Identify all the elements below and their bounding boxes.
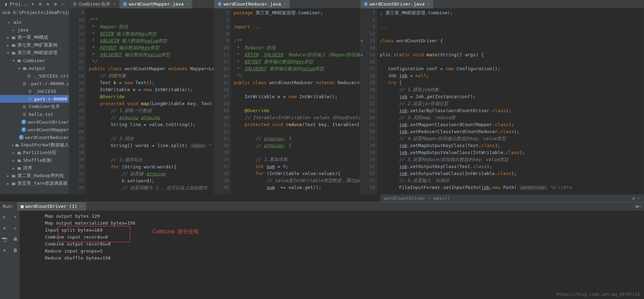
tree-item[interactable]: 🗎._SUCCESS.crc bbox=[0, 72, 69, 80]
tree-item[interactable]: ▶🖿InputFormat数据输入 bbox=[0, 141, 69, 149]
editor-2: CwordCountReducer.java× 1238910111213141… bbox=[214, 0, 360, 194]
run-tools: ▶ ↻ 📷 ⎆ ↑ ↓ 🖶 🗑 bbox=[0, 211, 20, 299]
tree-item[interactable]: CwordCountReducer bbox=[0, 133, 69, 141]
breadcrumb-method[interactable]: main() bbox=[433, 196, 450, 201]
watermark: https://blog.csdn.net/qq_45797116 bbox=[557, 292, 640, 297]
tree-item[interactable]: 🗎part-r-00000 bbox=[0, 95, 69, 103]
editor-tab[interactable]: CwordCountMapper.java× bbox=[119, 0, 193, 8]
annotation-box bbox=[58, 226, 130, 242]
close-icon[interactable]: × bbox=[428, 2, 430, 6]
editor-tab[interactable]: 🗎Combiner合并× bbox=[69, 0, 119, 8]
run-panel: Run: ▦ wordCountDriver (1) × ⚙ — ▶ ↻ 📷 ⎆… bbox=[0, 202, 644, 299]
gear-icon[interactable]: ⚙ bbox=[52, 1, 59, 7]
close-icon[interactable]: × bbox=[187, 2, 189, 6]
tree-item[interactable]: ▸ain bbox=[0, 18, 69, 26]
console-output[interactable]: Map output bytes 120 Map output material… bbox=[20, 211, 644, 299]
run-label: Run: bbox=[3, 204, 14, 209]
gear-icon[interactable]: ⚙ bbox=[636, 204, 638, 209]
dropdown-icon[interactable]: ▾ bbox=[30, 1, 36, 7]
print-icon[interactable]: 🖶 bbox=[11, 235, 19, 243]
annotation-text: Combine 部分没有 bbox=[153, 228, 199, 235]
tree-item[interactable]: ▶🖿第一章_MR概述 bbox=[0, 34, 69, 41]
tabs-2[interactable]: CwordCountReducer.java× bbox=[214, 0, 360, 8]
tree-item[interactable]: 🗎Combiner合并 bbox=[0, 103, 69, 110]
camera-icon[interactable]: 📷 bbox=[1, 235, 8, 243]
tree-item[interactable]: ▶🖿第二章_Hadoop序列化 bbox=[0, 172, 69, 180]
hide-icon[interactable]: — bbox=[60, 1, 66, 7]
hide-icon[interactable]: — bbox=[638, 204, 641, 209]
breadcrumb[interactable]: wordCountDriver › main() ⚙ — bbox=[381, 194, 644, 202]
close-icon[interactable]: × bbox=[80, 204, 83, 209]
tree-item[interactable]: 🗎.part-r-00000.crc bbox=[0, 80, 69, 87]
code-3[interactable]: ; 第三章_MR框架原理.Combiner; ... class wordCou… bbox=[377, 8, 644, 194]
tree-item[interactable]: ▸java bbox=[0, 26, 69, 34]
stop-icon[interactable]: ↻ bbox=[1, 224, 8, 232]
tree-item[interactable]: ▼🖿output bbox=[0, 64, 69, 72]
run-icon: ▦ bbox=[21, 204, 23, 209]
editor-1: 🗎Combiner合并×CwordCountMapper.java× 91011… bbox=[69, 0, 214, 194]
tree-item[interactable]: CwordCountMapper bbox=[0, 126, 69, 133]
editor-group: 🗎Combiner合并×CwordCountMapper.java× 91011… bbox=[69, 0, 644, 194]
close-icon[interactable]: × bbox=[113, 2, 116, 6]
tree-item[interactable]: ▶🖿第五章_Yarn资源调度器 bbox=[0, 180, 69, 187]
down-icon[interactable]: ↓ bbox=[11, 224, 19, 232]
hide-icon[interactable]: — bbox=[638, 196, 641, 201]
up-icon[interactable]: ↑ bbox=[11, 213, 19, 220]
project-title[interactable]: Proj... bbox=[10, 1, 29, 7]
run-tab[interactable]: ▦ wordCountDriver (1) × bbox=[17, 202, 86, 211]
collapse-icon[interactable]: ⇆ bbox=[45, 1, 51, 7]
editor-tab[interactable]: CwordCountDriver.java× bbox=[360, 0, 434, 8]
run-header: Run: ▦ wordCountDriver (1) × ⚙ — bbox=[0, 202, 644, 211]
tree-item[interactable]: 🗎hello.txt bbox=[0, 110, 69, 118]
delete-icon[interactable]: 🗑 bbox=[11, 246, 19, 254]
editor-tab[interactable]: CwordCountReducer.java× bbox=[214, 0, 290, 8]
tree-item[interactable]: ▼🖿第三章_MR框架原理 bbox=[0, 49, 69, 57]
close-icon[interactable]: × bbox=[284, 2, 286, 6]
project-sidebar: ▮ Proj... ▾ ⊕ ⇆ ⚙ — uce G:\Projects\Idea… bbox=[0, 0, 69, 194]
code-1[interactable]: /** * Mapper 阶段 * KEYIN 输入数据的key类型 * VAL… bbox=[86, 8, 214, 194]
tree-item[interactable]: ▼🖿Combiner bbox=[0, 57, 69, 64]
project-toolbar: ▮ Proj... ▾ ⊕ ⇆ ⚙ — bbox=[0, 0, 69, 8]
editor-3: CwordCountDriver.java× 12312▶1314▶151617… bbox=[360, 0, 644, 194]
project-tree[interactable]: ▸ain▸java▶🖿第一章_MR概述▶🖿第七章_MR扩展案例▼🖿第三章_MR框… bbox=[0, 17, 69, 194]
tabs-3[interactable]: CwordCountDriver.java× bbox=[360, 0, 644, 8]
folder-icon: ▮ bbox=[3, 1, 9, 7]
gear-icon[interactable]: ⚙ bbox=[632, 196, 635, 201]
exit-icon[interactable]: ⎆ bbox=[1, 246, 8, 254]
tree-item[interactable]: ▶🖿排序 bbox=[0, 164, 69, 172]
tree-item[interactable]: 🗎_SUCCESS bbox=[0, 87, 69, 95]
locate-icon[interactable]: ⊕ bbox=[37, 1, 43, 7]
breadcrumb-class[interactable]: wordCountDriver bbox=[384, 196, 425, 201]
tree-item[interactable]: ▶🖿第七章_MR扩展案例 bbox=[0, 41, 69, 49]
tree-item[interactable]: ▶🖿Shuffle机制 bbox=[0, 156, 69, 164]
project-path: uce G:\Projects\IdeaProject-C\ bbox=[0, 8, 69, 17]
tabs-1[interactable]: 🗎Combiner合并×CwordCountMapper.java× bbox=[69, 0, 214, 8]
code-2[interactable]: package 第三章_MR框架原理.Combiner; import ... … bbox=[231, 8, 360, 194]
tree-item[interactable]: CwordCountDriver bbox=[0, 118, 69, 126]
run-icon[interactable]: ▶ bbox=[1, 213, 8, 220]
tree-item[interactable]: ▶🖿Partition分区 bbox=[0, 149, 69, 156]
